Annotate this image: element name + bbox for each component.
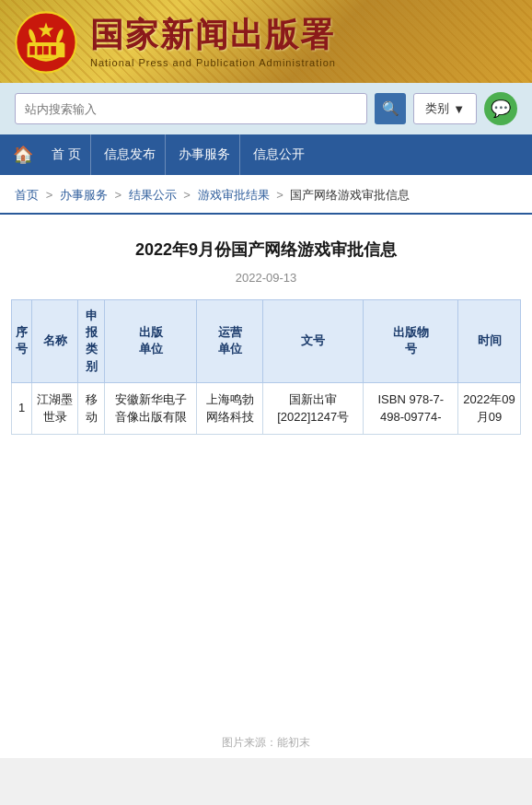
- breadcrumb-sep-1: >: [46, 188, 56, 202]
- header-text: 国家新闻出版署 National Press and Publication A…: [90, 17, 336, 68]
- breadcrumb-current: 国产网络游戏审批信息: [290, 188, 410, 202]
- cell-operator: 上海鸣勃网络科技: [197, 382, 263, 434]
- nav-bar: 🏠 首 页 信息发布 办事服务 信息公开: [0, 134, 532, 175]
- site-title-cn: 国家新闻出版署: [90, 17, 336, 53]
- home-nav-icon[interactable]: 🏠: [7, 145, 39, 165]
- page-title: 2022年9月份国产网络游戏审批信息: [0, 229, 532, 267]
- category-label: 类别: [425, 100, 449, 117]
- breadcrumb-game-approval[interactable]: 游戏审批结果: [198, 188, 270, 202]
- cell-isbn: ISBN 978-7-498-09774-: [364, 382, 458, 434]
- svg-rect-10: [39, 55, 53, 59]
- col-seq: 序号: [12, 299, 32, 382]
- search-bar: 🔍 类别 ▼ 💬: [0, 83, 532, 134]
- svg-rect-3: [37, 46, 41, 55]
- table-header-row: 序号 名称 申报类别 出版单位 运营单位 文号 出版物号 时间: [12, 299, 521, 382]
- col-docno: 文号: [262, 299, 364, 382]
- nav-item-services[interactable]: 办事服务: [169, 134, 240, 175]
- category-button[interactable]: 类别 ▼: [413, 93, 477, 124]
- chevron-down-icon: ▼: [453, 102, 465, 116]
- breadcrumb-sep-4: >: [276, 188, 286, 202]
- breadcrumb-home[interactable]: 首页: [15, 188, 39, 202]
- wechat-button[interactable]: 💬: [484, 92, 517, 125]
- cell-time: 2022年09月09: [458, 382, 521, 434]
- table-row: 1 江湖墨世录 移动 安徽新华电子音像出版有限 上海鸣勃网络科技 国新出审[20…: [12, 382, 521, 434]
- cell-category: 移动: [78, 382, 105, 434]
- wechat-icon: 💬: [491, 99, 511, 119]
- svg-rect-2: [29, 46, 34, 55]
- cell-name: 江湖墨世录: [32, 382, 78, 434]
- col-name: 名称: [32, 299, 78, 382]
- svg-rect-5: [51, 46, 55, 55]
- col-publisher: 出版单位: [105, 299, 197, 382]
- svg-rect-4: [43, 46, 48, 55]
- search-icon: 🔍: [382, 100, 399, 117]
- watermark: 图片来源：能初末: [0, 728, 532, 758]
- cell-docno: 国新出审[2022]1247号: [262, 382, 364, 434]
- cell-publisher: 安徽新华电子音像出版有限: [105, 382, 197, 434]
- col-time: 时间: [458, 299, 521, 382]
- breadcrumb-sep-2: >: [114, 188, 124, 202]
- col-isbn: 出版物号: [364, 299, 458, 382]
- national-emblem: [15, 11, 77, 74]
- search-input[interactable]: [25, 102, 357, 116]
- nav-item-home[interactable]: 首 页: [42, 134, 91, 175]
- breadcrumb-services[interactable]: 办事服务: [60, 188, 108, 202]
- col-category: 申报类别: [78, 299, 105, 382]
- col-operator: 运营单位: [197, 299, 263, 382]
- page-date: 2022-09-13: [0, 267, 532, 299]
- approval-table-wrap: 序号 名称 申报类别 出版单位 运营单位 文号 出版物号 时间 1 江湖墨世录 …: [0, 299, 532, 453]
- main-content: 首页 > 办事服务 > 结果公示 > 游戏审批结果 > 国产网络游戏审批信息 2…: [0, 175, 532, 728]
- site-header: 国家新闻出版署 National Press and Publication A…: [0, 0, 532, 83]
- breadcrumb: 首页 > 办事服务 > 结果公示 > 游戏审批结果 > 国产网络游戏审批信息: [0, 175, 532, 215]
- nav-item-disclosure[interactable]: 信息公开: [244, 134, 314, 175]
- cell-seq: 1: [12, 382, 32, 434]
- search-button[interactable]: 🔍: [375, 93, 406, 124]
- site-title-en: National Press and Publication Administr…: [90, 57, 336, 68]
- breadcrumb-results[interactable]: 结果公示: [129, 188, 177, 202]
- approval-table: 序号 名称 申报类别 出版单位 运营单位 文号 出版物号 时间 1 江湖墨世录 …: [11, 299, 521, 435]
- watermark-text: 图片来源：能初末: [222, 736, 310, 749]
- nav-item-info[interactable]: 信息发布: [95, 134, 166, 175]
- breadcrumb-sep-3: >: [183, 188, 193, 202]
- search-input-wrap: [15, 93, 367, 124]
